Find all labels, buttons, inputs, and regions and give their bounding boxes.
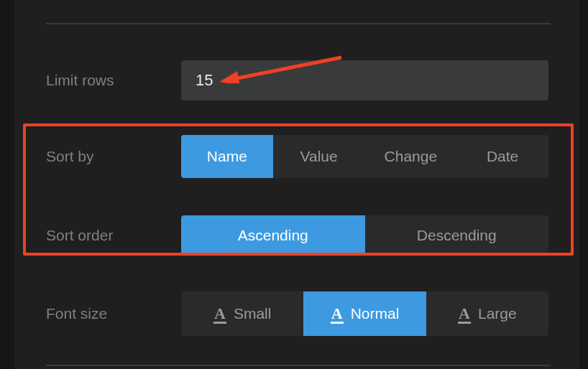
sort-order-label: Sort order — [46, 227, 181, 244]
row-sort-by: Sort by Name Value Change Date — [46, 135, 548, 178]
limit-rows-label: Limit rows — [46, 72, 181, 89]
font-size-option-normal[interactable]: A Normal — [303, 291, 426, 336]
sort-by-option-name[interactable]: Name — [181, 135, 273, 178]
row-limit-rows: Limit rows — [46, 60, 548, 101]
sort-order-option-ascending[interactable]: Ascending — [181, 215, 365, 256]
row-sort-order: Sort order Ascending Descending — [46, 215, 548, 256]
sort-order-toggle-group: Ascending Descending — [181, 215, 548, 256]
divider-bottom — [46, 365, 551, 366]
sort-by-option-value[interactable]: Value — [273, 135, 365, 178]
sort-by-option-change[interactable]: Change — [365, 135, 457, 178]
sort-order-option-descending[interactable]: Descending — [365, 215, 549, 256]
sort-by-toggle-group: Name Value Change Date — [181, 135, 548, 178]
font-size-icon: A — [331, 304, 344, 324]
font-size-option-label: Normal — [351, 305, 400, 322]
sort-by-label: Sort by — [46, 148, 181, 165]
font-size-icon: A — [458, 304, 471, 324]
font-size-option-label: Large — [478, 305, 517, 322]
row-font-size: Font size A Small A Normal A Large — [46, 291, 548, 336]
font-size-label: Font size — [46, 305, 181, 322]
sort-by-option-date[interactable]: Date — [456, 135, 548, 178]
font-size-option-large[interactable]: A Large — [426, 291, 548, 336]
settings-panel: Limit rows Sort by Name Value Change Dat… — [14, 0, 582, 369]
font-size-option-small[interactable]: A Small — [181, 291, 303, 336]
font-size-icon: A — [213, 304, 226, 324]
limit-rows-input[interactable] — [181, 60, 548, 101]
divider-top — [46, 23, 551, 24]
font-size-option-label: Small — [234, 305, 272, 322]
font-size-toggle-group: A Small A Normal A Large — [181, 291, 548, 336]
